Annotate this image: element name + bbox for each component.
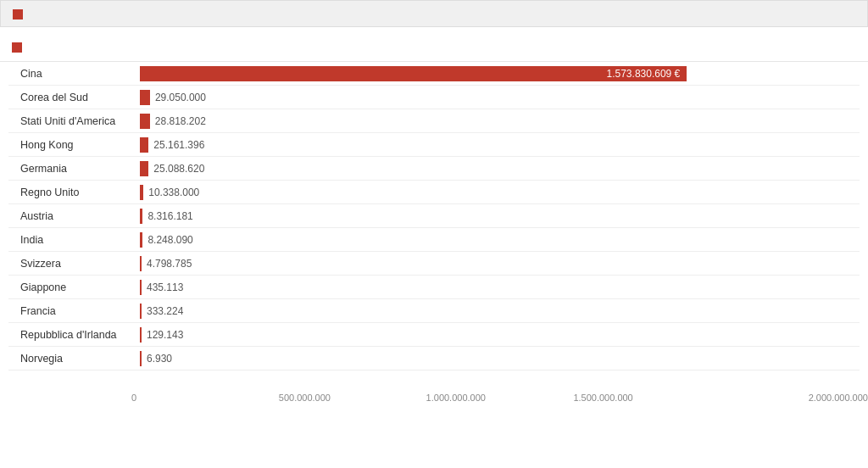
bar-area: 10.338.000 [140,181,860,203]
bar-value: 435.113 [147,281,183,293]
row-label: Norvegia [8,349,140,368]
row-label: Cina [8,64,140,83]
bar [140,256,142,271]
row-label: Repubblica d'Irlanda [8,326,140,344]
bar [140,280,142,295]
x-tick: 2.000.000.000 [721,393,868,403]
bar-value: 8.316.181 [147,210,192,222]
chart-container: Cina1.573.830.609 €Corea del Sud29.050.0… [0,62,868,387]
bar-value: 25.088.620 [153,163,204,175]
bar-value: 1.573.830.609 € [607,68,687,80]
chart-row: Norvegia6.930 [8,347,860,370]
row-label: Regno Unito [8,183,140,202]
bar-value: 8.248.090 [147,234,192,246]
tooltip-box [0,0,868,27]
chart-row: Stati Uniti d'America28.818.202 [8,109,860,133]
bar-area: 25.161.396 [140,134,860,156]
bar-area: 8.248.090 [140,229,860,251]
x-axis: 0500.000.0001.000.000.0001.500.000.0002.… [131,387,868,403]
bar [140,327,142,343]
bar [140,209,142,224]
bar-value: 129.143 [147,329,183,341]
row-label: Giappone [8,278,140,297]
tooltip-value [13,9,855,20]
row-label: Stati Uniti d'America [8,112,140,131]
chart-row: Francia333.224 [8,299,860,323]
red-square-icon [13,9,23,20]
row-label: Germania [8,159,140,178]
chart-row: India8.248.090 [8,228,860,252]
bar-area: 29.050.000 [140,86,860,109]
chart-row: Germania25.088.620 [8,157,860,181]
bar-area: 4.798.785 [140,253,860,275]
bar-value: 28.818.202 [155,115,206,127]
bar [140,304,142,319]
bar-area: 8.316.181 [140,205,860,227]
chart-row: Svizzera4.798.785 [8,252,860,276]
bar-area: 25.088.620 [140,158,860,180]
bar-area: 6.930 [140,348,860,370]
chart-row: Repubblica d'Irlanda129.143 [8,323,860,347]
bar [140,137,148,153]
x-tick: 1.000.000.000 [426,393,574,403]
x-tick: 0 [131,393,279,403]
bar [140,114,150,129]
chart-row: Regno Unito10.338.000 [8,181,860,204]
bar: 1.573.830.609 € [140,66,687,81]
chart-row: Hong Kong25.161.396 [8,133,860,157]
bar [140,90,150,105]
bar-value: 333.224 [147,305,183,317]
row-label: Svizzera [8,254,140,273]
x-tick: 500.000.000 [279,393,426,403]
bar [140,232,142,248]
bar [140,351,142,366]
bar-value: 29.050.000 [155,92,206,103]
bar-area: 1.573.830.609 € [140,63,860,85]
row-label: Hong Kong [8,136,140,154]
legend [0,34,868,61]
bar-value: 4.798.785 [147,258,192,270]
bar-area: 28.818.202 [140,110,860,132]
row-label: India [8,231,140,249]
chart-row: Corea del Sud29.050.000 [8,86,860,109]
chart-row: Austria8.316.181 [8,204,860,228]
bar-value: 25.161.396 [153,139,204,151]
chart-row: Giappone435.113 [8,276,860,299]
row-label: Francia [8,302,140,320]
bar [140,185,143,200]
bar [140,161,148,176]
bar-value: 6.930 [147,353,172,365]
chart-row: Cina1.573.830.609 € [8,62,860,86]
bar-area: 129.143 [140,324,860,346]
bar-area: 333.224 [140,300,860,322]
legend-icon [12,42,22,53]
bar-area: 435.113 [140,276,860,298]
row-label: Austria [8,207,140,226]
row-label: Corea del Sud [8,88,140,107]
x-tick: 1.500.000.000 [573,393,721,403]
bar-value: 10.338.000 [148,187,199,198]
